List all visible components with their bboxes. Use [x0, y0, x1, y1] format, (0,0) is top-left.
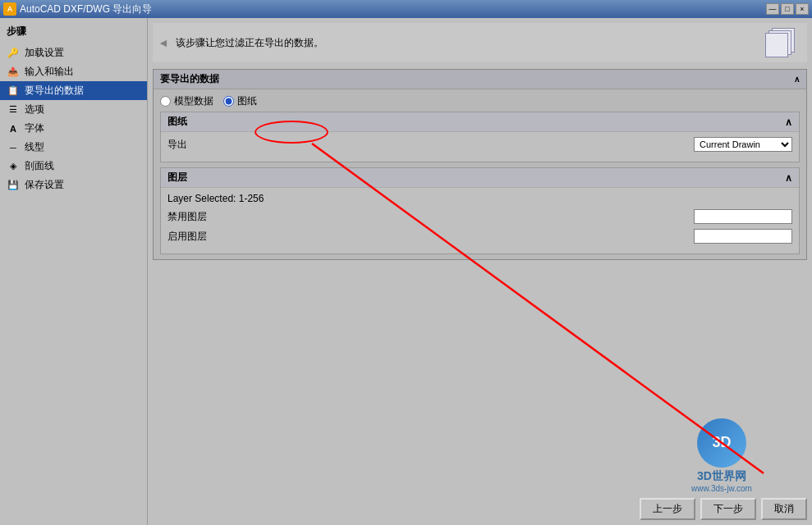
layer-subsection-header: 图层 ∧: [161, 168, 799, 188]
line-icon: ─: [7, 141, 20, 154]
multipage-icon: [764, 28, 800, 57]
sidebar-item-label: 保存设置: [25, 178, 64, 192]
layer-info-text: Layer Selected: 1-256: [167, 193, 792, 204]
content-area: ◄ 该步骤让您过滤正在导出的数据。 要导出的数据 ∧: [148, 18, 812, 525]
sidebar-item-export-data[interactable]: 📋 要导出的数据: [0, 81, 147, 100]
export-select[interactable]: Current Drawin: [694, 137, 792, 152]
sidebar-item-linetype[interactable]: ─ 线型: [0, 138, 147, 157]
main-section-title: 要导出的数据: [160, 72, 219, 86]
sidebar-item-label: 选项: [25, 103, 44, 116]
multipage-icon-box: [761, 26, 802, 59]
sidebar-item-label: 剖面线: [25, 159, 54, 173]
sidebar-item-label: 加载设置: [25, 46, 64, 60]
enabled-layer-input[interactable]: [694, 229, 792, 244]
enabled-layer-row: 启用图层: [167, 229, 792, 244]
drawing-label: 图纸: [237, 94, 257, 108]
drawing-subsection: 图纸 ∧ 导出 Current Drawin: [160, 112, 800, 162]
prev-button[interactable]: 上一步: [640, 498, 695, 520]
sidebar-header: 步骤: [0, 21, 147, 43]
model-data-radio-label[interactable]: 模型数据: [160, 94, 213, 108]
drawing-radio-label[interactable]: 图纸: [223, 94, 257, 108]
main-section-header: 要导出的数据 ∧: [154, 70, 806, 89]
disabled-layer-label: 禁用图层: [167, 210, 694, 224]
cancel-button[interactable]: 取消: [761, 498, 807, 520]
sidebar-item-load-settings[interactable]: 🔑 加载设置: [0, 43, 147, 62]
bottom-bar: 上一步 下一步 取消: [153, 498, 807, 520]
main-section-collapse-icon[interactable]: ∧: [794, 75, 800, 84]
minimize-button[interactable]: —: [766, 3, 779, 15]
title-bar: A AutoCAD DXF/DWG 导出向导 — □ ×: [0, 0, 812, 18]
sidebar-item-label: 线型: [25, 140, 44, 154]
sidebar-item-font[interactable]: A 字体: [0, 119, 147, 138]
drawing-subsection-title: 图纸: [167, 115, 187, 129]
options-icon: ☰: [7, 103, 20, 116]
main-container: 步骤 🔑 加载设置 📤 输入和输出 📋 要导出的数据 ☰ 选项 A 字体 ─ 线…: [0, 18, 812, 525]
layer-subsection-body: Layer Selected: 1-256 禁用图层 启用图层: [161, 188, 799, 253]
main-section-body: 模型数据 图纸 图纸 ∧ 导出: [154, 89, 806, 259]
watermark-url: www.3ds-jw.com: [691, 484, 752, 493]
layer-subsection-title: 图层: [167, 171, 187, 185]
data-type-radio-group: 模型数据 图纸: [160, 94, 800, 108]
drawing-radio[interactable]: [223, 96, 234, 107]
font-icon: A: [7, 122, 20, 135]
watermark-logo: 3D: [697, 418, 746, 468]
drawing-collapse-icon[interactable]: ∧: [785, 116, 792, 128]
export-row: 导出 Current Drawin: [167, 137, 792, 152]
sidebar-item-section-line[interactable]: ◈ 剖面线: [0, 157, 147, 176]
sidebar: 步骤 🔑 加载设置 📤 输入和输出 📋 要导出的数据 ☰ 选项 A 字体 ─ 线…: [0, 18, 148, 525]
section-icon: ◈: [7, 160, 20, 173]
disabled-layer-input[interactable]: [694, 209, 792, 224]
sidebar-item-input-output[interactable]: 📤 输入和输出: [0, 62, 147, 81]
title-bar-left: A AutoCAD DXF/DWG 导出向导: [3, 2, 152, 16]
maximize-button[interactable]: □: [781, 3, 794, 15]
sidebar-item-label: 字体: [25, 121, 44, 135]
app-icon: A: [3, 2, 16, 16]
info-text: 该步骤让您过滤正在导出的数据。: [176, 36, 755, 50]
export-icon: 📤: [7, 66, 20, 79]
key-icon: 🔑: [7, 47, 20, 60]
window-title: AutoCAD DXF/DWG 导出向导: [20, 2, 152, 16]
sidebar-item-label: 要导出的数据: [25, 84, 84, 98]
layer-collapse-icon[interactable]: ∧: [785, 172, 792, 184]
back-arrow-icon: ◄: [158, 36, 169, 49]
model-data-label: 模型数据: [174, 94, 213, 108]
model-data-radio[interactable]: [160, 96, 171, 107]
sidebar-item-options[interactable]: ☰ 选项: [0, 100, 147, 119]
export-label: 导出: [167, 138, 694, 152]
drawing-subsection-body: 导出 Current Drawin: [161, 132, 799, 162]
main-section-panel: 要导出的数据 ∧ 模型数据 图纸: [153, 69, 807, 260]
watermark-logo-text: 3D: [712, 434, 731, 451]
disabled-layer-row: 禁用图层: [167, 209, 792, 224]
watermark-inner: 3D 3D世界网 www.3ds-jw.com: [691, 418, 752, 493]
watermark: 3D 3D世界网 www.3ds-jw.com: [648, 418, 796, 492]
layer-subsection: 图层 ∧ Layer Selected: 1-256 禁用图层 启用图层: [160, 167, 800, 254]
sidebar-item-save-settings[interactable]: 💾 保存设置: [0, 176, 147, 194]
close-button[interactable]: ×: [796, 3, 809, 15]
clipboard-icon: 📋: [7, 84, 20, 98]
watermark-brand: 3D世界网: [697, 469, 746, 484]
info-bar: ◄ 该步骤让您过滤正在导出的数据。: [153, 23, 807, 62]
drawing-subsection-header: 图纸 ∧: [161, 112, 799, 132]
title-controls: — □ ×: [766, 3, 809, 15]
next-button[interactable]: 下一步: [700, 498, 756, 520]
save-icon: 💾: [7, 179, 20, 192]
sidebar-item-label: 输入和输出: [25, 65, 74, 79]
enabled-layer-label: 启用图层: [167, 230, 694, 244]
